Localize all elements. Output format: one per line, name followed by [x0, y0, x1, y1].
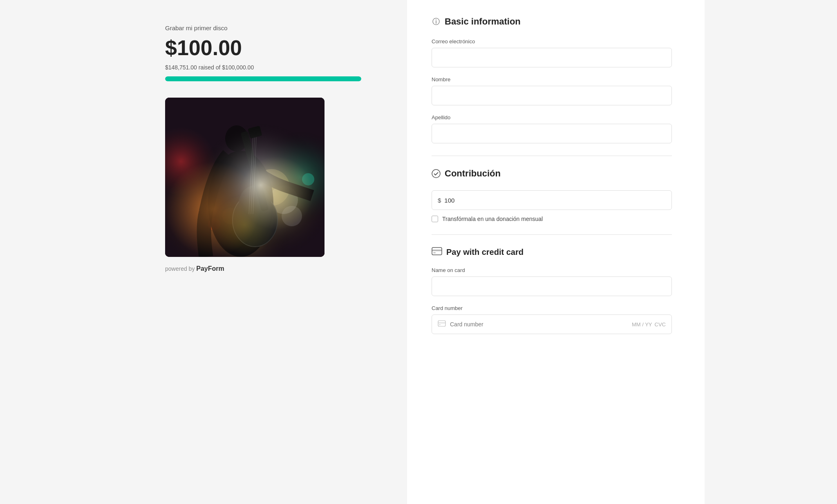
progress-bar-fill [165, 76, 361, 81]
nombre-label: Nombre [432, 76, 672, 83]
guitar-artwork [165, 98, 325, 257]
card-expiry-cvc: MM / YY CVC [632, 321, 666, 328]
name-on-card-group: Name on card [432, 267, 672, 296]
page-container: Grabar mi primer disco $100.00 $148,751.… [132, 0, 705, 504]
svg-point-7 [269, 185, 298, 214]
cvc-placeholder: CVC [655, 321, 666, 328]
svg-point-16 [233, 194, 278, 247]
svg-point-8 [247, 200, 271, 224]
email-field-group: Correo electrónico [432, 38, 672, 67]
right-panel: ⓘ Basic information Correo electrónico N… [407, 0, 705, 504]
basic-info-title: Basic information [445, 16, 521, 27]
contribution-title: Contribución [445, 168, 501, 179]
svg-line-20 [251, 136, 255, 214]
svg-point-6 [253, 169, 290, 206]
svg-line-21 [253, 136, 256, 214]
expiry-placeholder: MM / YY [632, 321, 652, 328]
campaign-title: Grabar mi primer disco [165, 25, 383, 31]
amount-display: $100.00 [165, 36, 383, 60]
guitar-svg [165, 98, 325, 257]
credit-card-header: Pay with credit card [432, 247, 672, 257]
progress-bar-container [165, 76, 361, 81]
apellido-label: Apellido [432, 114, 672, 120]
svg-rect-29 [438, 322, 445, 323]
credit-card-section: Pay with credit card Name on card Card n… [432, 247, 672, 334]
svg-rect-26 [432, 250, 442, 251]
card-number-input[interactable] [450, 321, 628, 328]
card-number-group: Card number MM / YY CVC [432, 305, 672, 334]
monthly-donation-row: Transfórmala en una donación mensual [432, 216, 672, 222]
currency-symbol: $ [438, 197, 441, 204]
svg-rect-23 [165, 98, 325, 257]
divider-2 [432, 234, 672, 235]
svg-rect-3 [165, 98, 325, 257]
svg-point-10 [222, 208, 239, 224]
raised-text: $148,751.00 raised of $100,000.00 [165, 64, 383, 71]
svg-point-13 [302, 173, 314, 185]
svg-rect-5 [165, 98, 325, 257]
svg-point-11 [208, 218, 220, 230]
email-label: Correo electrónico [432, 38, 672, 45]
svg-point-15 [225, 125, 248, 152]
card-number-wrapper: MM / YY CVC [432, 314, 672, 334]
svg-rect-18 [240, 131, 269, 212]
svg-rect-1 [165, 98, 325, 257]
contribution-amount-wrapper: $ [432, 190, 672, 210]
credit-card-icon [432, 247, 442, 257]
divider-1 [432, 156, 672, 156]
campaign-image [165, 98, 325, 257]
apellido-field-group: Apellido [432, 114, 672, 143]
svg-rect-0 [165, 98, 325, 257]
name-on-card-input[interactable] [432, 277, 672, 296]
svg-point-12 [235, 221, 250, 236]
info-icon: ⓘ [432, 17, 441, 26]
monthly-label: Transfórmala en una donación mensual [442, 216, 543, 222]
svg-point-14 [208, 151, 273, 257]
name-on-card-label: Name on card [432, 267, 672, 273]
nombre-input[interactable] [432, 86, 672, 105]
svg-rect-4 [165, 98, 325, 257]
svg-point-17 [239, 185, 271, 222]
svg-point-24 [432, 169, 440, 178]
contribution-header: Contribución [432, 168, 672, 179]
left-panel: Grabar mi primer disco $100.00 $148,751.… [132, 0, 407, 504]
card-number-icon [438, 320, 446, 329]
powered-by: powered by PayForm [165, 265, 383, 272]
email-input[interactable] [432, 48, 672, 67]
svg-point-9 [282, 206, 302, 226]
basic-info-header: ⓘ Basic information [432, 16, 672, 27]
monthly-checkbox[interactable] [432, 216, 438, 222]
svg-rect-30 [439, 324, 441, 325]
contribution-amount-input[interactable] [444, 197, 666, 204]
svg-line-19 [249, 136, 253, 214]
apellido-input[interactable] [432, 124, 672, 143]
credit-card-title: Pay with credit card [446, 248, 524, 257]
contribution-section: Contribución $ Transfórmala en una donac… [432, 168, 672, 222]
svg-rect-27 [433, 252, 436, 253]
svg-rect-2 [165, 98, 325, 257]
check-circle-icon [432, 169, 441, 178]
nombre-field-group: Nombre [432, 76, 672, 105]
card-number-label: Card number [432, 305, 672, 311]
svg-rect-22 [248, 126, 262, 139]
